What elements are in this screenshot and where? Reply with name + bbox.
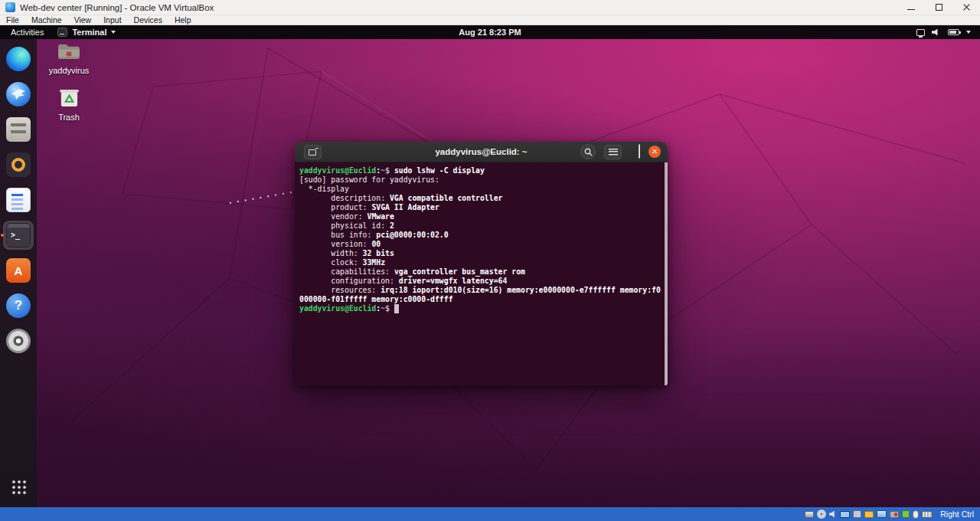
app-menu-label: Terminal <box>72 28 106 37</box>
battery-icon <box>948 29 959 35</box>
terminal-line: physical id: 2 <box>299 221 661 231</box>
dock-item-libreoffice-writer[interactable] <box>3 185 34 215</box>
window-close-button[interactable] <box>952 0 980 15</box>
search-button[interactable] <box>580 144 596 159</box>
hamburger-icon <box>609 149 618 156</box>
vm-display[interactable]: Activities Terminal Aug 21 8:23 PM yaddy… <box>0 25 980 507</box>
terminal-text: yaddyvirus@Euclid <box>299 166 376 175</box>
mouse-icon[interactable] <box>913 510 919 519</box>
terminal-line: configuration: driver=vmwgfx latency=64 <box>299 277 661 286</box>
dock-item-files[interactable] <box>3 115 34 144</box>
desktop-icons: yaddyvirusTrash <box>41 42 96 122</box>
terminal-line: vendor: VMware <box>299 212 661 221</box>
virtualbox-window: Web-dev center [Running] - Oracle VM Vir… <box>0 0 980 521</box>
terminal-text: resources: <box>299 286 381 294</box>
show-applications-button[interactable] <box>3 473 34 500</box>
edge-browser-icon <box>6 47 31 71</box>
dock-item-terminal[interactable] <box>3 221 34 250</box>
window-maximize-button[interactable] <box>925 0 952 15</box>
terminal-text: physical id: <box>299 221 390 230</box>
keyboard-icon[interactable] <box>922 511 933 518</box>
terminal-maximize-button[interactable] <box>639 145 640 159</box>
menu-input[interactable]: Input <box>97 15 127 25</box>
dock-item-help[interactable] <box>3 291 34 320</box>
terminal-text: bus info: <box>299 231 376 239</box>
vbox-status-bar: Right Ctrl <box>0 507 980 521</box>
terminal-text: configuration: <box>299 277 399 285</box>
libreoffice-writer-icon <box>6 188 31 212</box>
terminal-text: *-display <box>299 185 349 193</box>
files-icon <box>6 117 31 142</box>
terminal-text: vga_controller bus_master rom <box>394 267 525 276</box>
dock-item-camera-app[interactable] <box>3 150 34 179</box>
terminal-text: yaddyvirus@Euclid <box>299 304 376 313</box>
desktop-icon-yaddyvirus[interactable]: yaddyvirus <box>49 42 90 75</box>
vbox-status-icons <box>805 510 933 519</box>
hdd-icon[interactable] <box>805 511 814 518</box>
optical-disc-icon[interactable] <box>817 510 826 519</box>
window-controls <box>897 0 980 15</box>
terminal-titlebar[interactable]: yaddyvirus@Euclid: ~ <box>295 142 668 162</box>
thunderbird-mail-icon <box>6 82 31 106</box>
activities-button[interactable]: Activities <box>6 28 48 37</box>
terminal-line: yaddyvirus@Euclid:~$ sudo lshw -C displa… <box>299 166 661 175</box>
display-icon[interactable] <box>877 510 887 518</box>
desktop-icon-label: Trash <box>58 113 80 122</box>
terminal-line: clock: 33MHz <box>299 258 661 267</box>
terminal-app-icon <box>57 28 67 37</box>
menu-machine[interactable]: Machine <box>25 15 68 25</box>
disk-utility-icon <box>6 329 31 353</box>
network-icon[interactable] <box>840 511 850 518</box>
dock-item-edge-browser[interactable] <box>3 44 34 74</box>
terminal-line: width: 32 bits <box>299 249 661 258</box>
terminal-text: VGA compatible controller <box>390 194 502 202</box>
shared-folder-icon[interactable] <box>864 511 874 518</box>
dock <box>0 39 37 507</box>
usb-icon[interactable] <box>853 510 861 518</box>
terminal-text: vendor: <box>299 212 367 221</box>
dock-item-disk-utility[interactable] <box>3 326 34 356</box>
chevron-down-icon <box>111 31 116 34</box>
terminal-line: product: SVGA II Adapter <box>299 203 661 212</box>
terminal-line: [sudo] password for yaddyvirus: <box>299 175 661 185</box>
terminal-text: capabilities: <box>299 267 394 276</box>
ubuntu-software-icon <box>6 258 31 283</box>
terminal-close-button[interactable] <box>648 146 661 158</box>
close-icon <box>962 3 971 11</box>
window-minimize-button[interactable] <box>897 0 925 15</box>
folder-icon <box>57 42 80 64</box>
terminal-controls <box>580 142 661 162</box>
recording-icon[interactable] <box>890 511 899 518</box>
app-grid-icon <box>11 479 27 495</box>
network-icon <box>916 29 925 36</box>
menu-view[interactable]: View <box>68 15 98 25</box>
maximize-icon <box>936 4 942 11</box>
terminal-text: 32 bits <box>363 249 394 257</box>
system-tray-button[interactable] <box>913 25 974 39</box>
terminal-text: width: <box>299 249 363 257</box>
audio-icon[interactable] <box>829 510 837 518</box>
clock-button[interactable]: Aug 21 8:23 PM <box>459 28 521 37</box>
menu-devices[interactable]: Devices <box>128 15 168 25</box>
menu-help[interactable]: Help <box>168 15 198 25</box>
terminal-scrollbar[interactable] <box>665 162 668 385</box>
help-icon <box>6 293 31 318</box>
terminal-line: version: 00 <box>299 240 661 249</box>
minimize-icon <box>907 9 915 10</box>
host-key-label: Right Ctrl <box>940 510 974 519</box>
desktop-icon-trash[interactable]: Trash <box>58 87 80 122</box>
terminal-text: driver=vmwgfx latency=64 <box>399 277 508 285</box>
menu-file[interactable]: File <box>0 15 25 25</box>
app-menu-button[interactable]: Terminal <box>57 28 116 37</box>
terminal-text: $ <box>385 166 394 175</box>
menu-button[interactable] <box>604 145 622 159</box>
dock-item-ubuntu-software[interactable] <box>3 256 34 285</box>
terminal-text: 2 <box>390 221 394 230</box>
dock-item-thunderbird-mail[interactable] <box>3 80 34 109</box>
camera-app-icon <box>6 152 31 177</box>
vbox-menubar: FileMachineViewInputDevicesHelp <box>0 15 980 25</box>
vbox-titlebar[interactable]: Web-dev center [Running] - Oracle VM Vir… <box>0 0 980 15</box>
terminal-output[interactable]: yaddyvirus@Euclid:~$ sudo lshw -C displa… <box>295 162 668 385</box>
terminal-text: 000000-f01fffff memory:c0000-dffff <box>299 295 453 303</box>
features-icon[interactable] <box>902 510 910 518</box>
